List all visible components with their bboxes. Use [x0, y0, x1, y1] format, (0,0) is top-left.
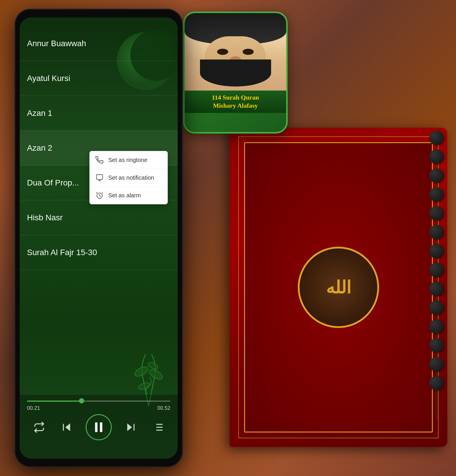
progress-bar-fill: [27, 401, 82, 402]
bead: [429, 338, 444, 353]
deco-line-top: [238, 136, 439, 137]
track-title-5: Dua Of Prop...: [27, 178, 79, 187]
track-title-2: Ayatul Kursi: [27, 74, 70, 83]
svg-marker-12: [127, 423, 132, 431]
context-menu-notification[interactable]: Set as notification: [90, 169, 167, 187]
next-button[interactable]: [122, 419, 139, 436]
track-item-6[interactable]: Hisb Nasr: [20, 200, 178, 235]
svg-marker-8: [65, 423, 70, 431]
vol-down-button[interactable]: [15, 96, 15, 113]
track-list: Annur Buawwah Ayatul Kursi Azan 1 Azan 2…: [20, 26, 178, 395]
sheikh-face: [185, 13, 286, 91]
track-title-7: Surah Al Fajr 15-30: [27, 248, 97, 257]
phone-mockup: Annur Buawwah Ayatul Kursi Azan 1 Azan 2…: [15, 9, 183, 467]
svg-rect-6: [97, 175, 103, 179]
phone-screen: Annur Buawwah Ayatul Kursi Azan 1 Azan 2…: [20, 17, 178, 459]
progress-thumb[interactable]: [79, 398, 84, 403]
bead: [429, 168, 444, 183]
alarm-icon: [95, 191, 104, 200]
track-title-6: Hisb Nasr: [27, 213, 63, 222]
repeat-button[interactable]: [30, 419, 48, 436]
track-title-1: Annur Buawwah: [27, 39, 86, 48]
playlist-button[interactable]: [149, 419, 167, 436]
track-item-1[interactable]: Annur Buawwah: [20, 26, 178, 61]
prayer-beads: [428, 131, 446, 421]
bead: [429, 187, 444, 202]
track-item-2[interactable]: Ayatul Kursi: [20, 61, 178, 96]
bead: [429, 300, 444, 315]
context-menu-alarm[interactable]: Set as alarm: [90, 187, 167, 204]
sheikh-beard: [200, 59, 271, 86]
eye-left: [217, 49, 228, 55]
alarm-label: Set as alarm: [108, 192, 141, 199]
context-menu: Set as ringtone Set as notification: [89, 151, 168, 204]
play-pause-button[interactable]: [86, 414, 112, 440]
progress-container: [20, 395, 178, 404]
phone-icon: [95, 155, 104, 165]
notification-label: Set as notification: [108, 174, 154, 181]
power-button[interactable]: [182, 81, 183, 104]
notification-icon: [95, 173, 104, 182]
svg-rect-11: [100, 422, 102, 432]
current-time: 00.21: [27, 405, 40, 411]
quran-medallion: [298, 247, 379, 328]
vol-up-button[interactable]: [15, 73, 15, 90]
time-labels: 00.21 00.52: [20, 404, 178, 411]
app-icon-text: 114 Surah Quran Mishary Alafasy: [185, 91, 286, 113]
track-item-7[interactable]: Surah Al Fajr 15-30: [20, 235, 178, 270]
bead: [429, 131, 444, 145]
context-menu-ringtone[interactable]: Set as ringtone: [90, 151, 167, 169]
app-icon-title: 114 Surah Quran Mishary Alafasy: [188, 93, 283, 110]
app-title-line2: Mishary Alafasy: [213, 102, 258, 109]
app-title-line1: 114 Surah Quran: [212, 94, 259, 101]
svg-rect-10: [95, 422, 97, 432]
bead: [429, 149, 444, 164]
progress-bar-track[interactable]: [27, 401, 170, 402]
total-time: 00.52: [157, 405, 170, 411]
track-title-4: Azan 2: [27, 143, 52, 153]
bead: [429, 225, 444, 239]
ringtone-label: Set as ringtone: [108, 157, 147, 163]
bead: [429, 244, 444, 258]
bead: [429, 206, 444, 221]
track-item-3[interactable]: Azan 1: [20, 96, 178, 131]
player-controls: [20, 411, 178, 443]
player-bottom: 00.21 00.52: [20, 395, 178, 459]
bead: [429, 263, 444, 277]
bead: [429, 282, 444, 296]
quran-book: [230, 128, 447, 447]
bead: [429, 319, 444, 334]
bead: [429, 357, 444, 372]
bead: [429, 376, 444, 390]
app-icon[interactable]: 114 Surah Quran Mishary Alafasy: [183, 12, 288, 134]
track-title-3: Azan 1: [27, 109, 52, 118]
deco-line-left: [238, 136, 239, 438]
deco-line-bottom: [238, 438, 439, 438]
eye-right: [243, 49, 254, 55]
prev-button[interactable]: [58, 419, 75, 436]
app-icon-photo: [185, 13, 286, 91]
